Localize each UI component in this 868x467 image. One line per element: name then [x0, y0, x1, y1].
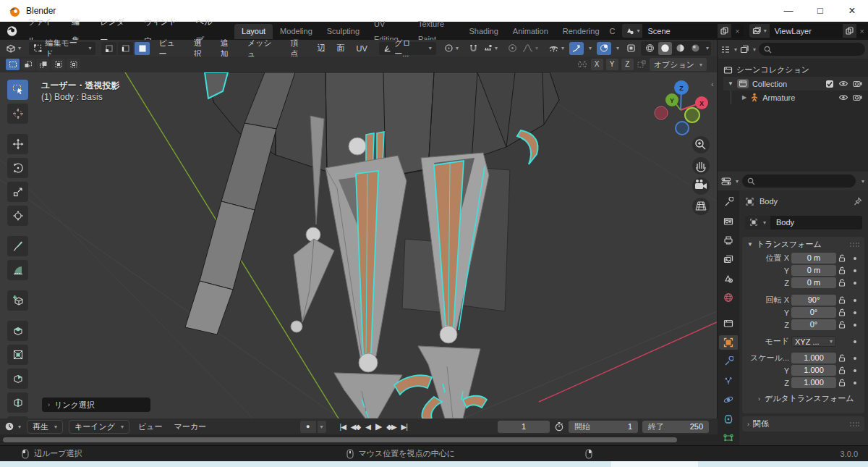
mesh-menu[interactable]: メッシュ [244, 38, 281, 59]
use-preview-range-icon[interactable] [554, 421, 564, 432]
proportional-falloff-dropdown[interactable]: ▾ [520, 42, 540, 55]
lock-icon[interactable] [838, 254, 846, 262]
properties-search-field[interactable] [742, 174, 856, 188]
mirror-y-button[interactable]: Y [606, 59, 618, 70]
workspace-tab-sculpting[interactable]: Sculpting [320, 24, 367, 39]
select-mode-invert-button[interactable] [51, 59, 65, 70]
exclude-checkbox[interactable] [825, 80, 834, 88]
camera-view-button[interactable] [692, 177, 710, 195]
animate-dot[interactable] [854, 382, 856, 384]
tool-inset-faces[interactable] [7, 345, 28, 365]
tab-render[interactable] [719, 214, 738, 227]
lock-icon[interactable] [838, 379, 846, 387]
timeline-editor-type-button[interactable]: ▾ [4, 421, 21, 432]
minimize-button[interactable]: — [773, 0, 804, 22]
maximize-button[interactable]: □ [804, 0, 836, 22]
rotation-mode-dropdown[interactable]: XYZ ... ▾ [791, 336, 836, 347]
location-z-field[interactable]: 0 m [791, 277, 836, 288]
face-select-button[interactable] [135, 42, 150, 55]
location-x-field[interactable]: 0 m [791, 253, 836, 264]
shading-wireframe-button[interactable] [643, 42, 657, 55]
scale-x-field[interactable]: 1.000 [791, 353, 836, 363]
tab-collection[interactable] [719, 316, 738, 330]
jump-to-start-button[interactable]: |◀ [338, 423, 348, 431]
frame-end-field[interactable]: 終了 250 [642, 421, 709, 433]
collection-expand-icon[interactable]: ▼ [728, 80, 733, 87]
rotation-y-field[interactable]: 0° [791, 307, 836, 318]
workspace-tab-compositing-truncated[interactable]: C [607, 24, 618, 39]
disable-render-camera-icon[interactable] [853, 93, 862, 101]
zoom-button[interactable] [692, 136, 710, 153]
animate-dot[interactable] [854, 311, 856, 314]
vertex-select-button[interactable] [101, 42, 116, 55]
transform-orientation-dropdown[interactable]: グロー... ▾ [379, 42, 436, 55]
shading-material-button[interactable] [673, 42, 687, 55]
keying-set-dropdown[interactable]: ▾ [318, 421, 326, 433]
scale-z-field[interactable]: 1.000 [791, 377, 836, 388]
xray-toggle-button[interactable] [624, 42, 638, 55]
object-name-field[interactable]: Body [770, 216, 862, 230]
viewlayer-browse-button[interactable]: ▾ [749, 24, 770, 38]
select-mode-set-button[interactable] [6, 59, 20, 70]
close-button[interactable]: × [836, 0, 868, 22]
pan-button[interactable] [692, 157, 710, 174]
animate-dot[interactable] [854, 257, 856, 260]
tab-view-layer[interactable] [719, 252, 738, 266]
snap-toggle-button[interactable] [467, 42, 480, 55]
rotation-z-field[interactable]: 0° [791, 319, 836, 330]
uv-menu[interactable]: UV [354, 44, 370, 53]
frame-start-field[interactable]: 開始 1 [569, 421, 638, 433]
panel-grip-icon[interactable] [849, 242, 859, 248]
mode-selector[interactable]: 編集モード ▾ [29, 42, 95, 55]
play-reverse-button[interactable]: ◀ [363, 423, 373, 431]
select-mode-intersect-button[interactable] [67, 59, 80, 70]
tool-loop-cut[interactable] [7, 392, 28, 413]
viewlayer-remove-icon[interactable]: × [856, 27, 868, 35]
gizmo-dropdown[interactable]: ▾ [584, 42, 594, 55]
playback-menu[interactable]: 再生▾ [27, 420, 63, 434]
perspective-toggle-button[interactable] [692, 198, 710, 215]
lock-icon[interactable] [838, 308, 846, 316]
proportional-editing-button[interactable] [506, 42, 519, 55]
breadcrumb-object-name[interactable]: Body [760, 197, 778, 206]
lock-icon[interactable] [838, 279, 846, 287]
edge-menu[interactable]: 辺 [315, 43, 328, 54]
rotation-x-field[interactable]: 90° [791, 295, 836, 306]
pivot-point-dropdown[interactable]: ▾ [442, 42, 461, 55]
tab-particles[interactable] [719, 374, 738, 387]
lock-icon[interactable] [838, 366, 846, 374]
outliner-row-collection[interactable]: ▼ Collection [723, 77, 868, 91]
tool-select-box[interactable] [7, 80, 28, 100]
lock-icon[interactable] [838, 266, 846, 274]
relations-panel[interactable]: › 関係 [742, 416, 864, 432]
panel-grip-icon[interactable] [849, 421, 859, 427]
mirror-z-button[interactable]: Z [621, 59, 634, 70]
animate-dot[interactable] [854, 369, 856, 372]
timeline-view-menu[interactable]: ビュー [135, 421, 166, 432]
workspace-tab-shading[interactable]: Shading [461, 24, 505, 39]
add-menu[interactable]: 追加 [218, 38, 239, 59]
prev-keyframe-button[interactable]: ◀◆ [349, 423, 362, 431]
hide-eye-icon[interactable] [838, 93, 848, 101]
workspace-tab-rendering[interactable]: Rendering [556, 24, 607, 39]
visibility-dropdown[interactable]: ▾ [546, 42, 566, 55]
tool-extrude-region[interactable] [7, 321, 28, 341]
object-id-browse-button[interactable]: ▾ [745, 216, 770, 230]
animate-dot[interactable] [854, 269, 856, 272]
animate-dot[interactable] [854, 299, 856, 302]
mirror-x-button[interactable]: X [591, 59, 603, 70]
editor-type-button[interactable]: ▾ [4, 42, 23, 55]
snap-base-icon[interactable] [637, 59, 647, 70]
keying-menu[interactable]: キーイング▾ [69, 420, 129, 434]
scene-name[interactable]: Scene [642, 27, 718, 35]
properties-options-dropdown[interactable]: ▾ [861, 178, 864, 185]
current-frame-field[interactable]: 1 [498, 421, 550, 433]
tool-rotate[interactable] [7, 158, 28, 178]
timeline-marker-menu[interactable]: マーカー [171, 421, 210, 432]
shading-rendered-button[interactable] [689, 42, 702, 55]
overlays-dropdown[interactable]: ▾ [612, 42, 621, 55]
hide-eye-icon[interactable] [838, 80, 848, 88]
animate-dot[interactable] [854, 282, 856, 285]
tab-object-data[interactable] [719, 432, 738, 445]
play-button[interactable]: ▶ [373, 421, 383, 432]
